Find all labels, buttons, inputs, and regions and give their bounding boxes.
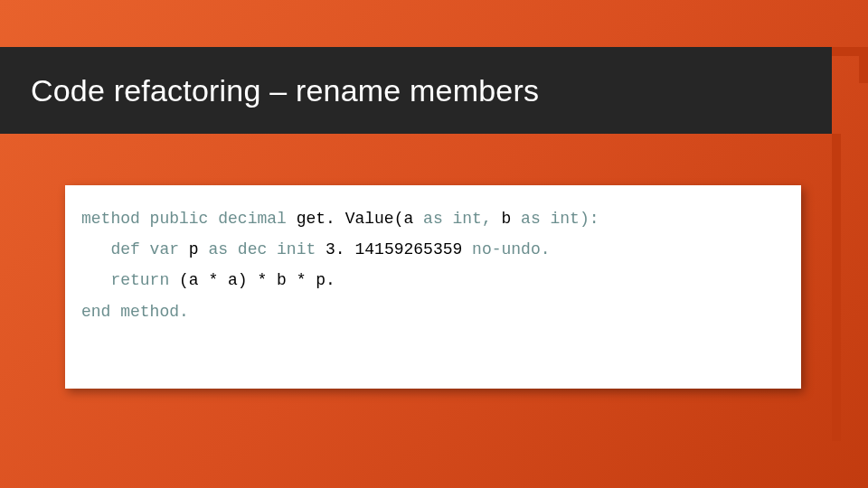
slide-title: Code refactoring – rename members	[31, 73, 539, 108]
code-keyword: as int,	[423, 210, 492, 228]
code-text: (a * a) * b * p.	[169, 271, 335, 289]
code-keyword: as int):	[521, 210, 599, 228]
code-block: method public decimal get. Value(a as in…	[65, 185, 801, 389]
code-keyword: def var	[110, 240, 179, 258]
code-text: p	[179, 240, 208, 258]
code-indent	[81, 271, 110, 289]
code-text: get. Value(a	[287, 210, 423, 228]
code-number: 3. 14159265359	[316, 240, 472, 258]
code-text: b	[492, 210, 521, 228]
code-keyword: return	[110, 271, 169, 289]
code-keyword: as dec init	[208, 240, 316, 258]
code-keyword: end method.	[81, 303, 189, 321]
title-bar: Code refactoring – rename members	[0, 47, 832, 134]
accent-side	[832, 134, 841, 441]
accent-corner	[832, 47, 868, 83]
code-indent	[81, 240, 110, 258]
code-keyword: no-undo.	[472, 240, 550, 258]
code-keyword: method public decimal	[81, 210, 287, 228]
